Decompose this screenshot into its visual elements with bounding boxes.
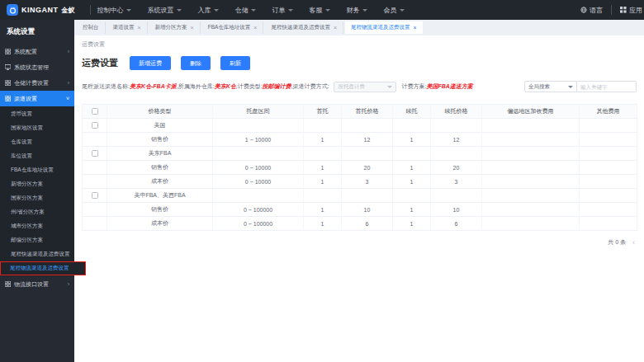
tab-lastmile-express[interactable]: 尾程快递渠道及运费设置× bbox=[265, 21, 343, 34]
apps-button[interactable]: 应用 bbox=[620, 6, 642, 15]
menu-item-system-settings[interactable]: 系统设置 bbox=[148, 6, 182, 15]
sidebar-subitem-fba-address[interactable]: FBA仓库地址设置 bbox=[0, 163, 74, 177]
menu-item-orders[interactable]: 订单 bbox=[272, 6, 293, 15]
monitor-icon bbox=[5, 64, 11, 70]
chevron-right-icon: › bbox=[68, 281, 69, 287]
search-input[interactable] bbox=[577, 81, 637, 92]
sidebar-subitem-location[interactable]: 库位设置 bbox=[0, 149, 74, 163]
sidebar-item-system-config[interactable]: 系统配置› bbox=[0, 44, 74, 59]
freight-table: 价格类型 托盘区间 首托 首托价格 续托 续托价格 偏远地区加收费用 其他费用 … bbox=[82, 104, 637, 231]
tab-lastmile-logistics[interactable]: 尾程物流渠道及运费设置× bbox=[345, 21, 423, 34]
add-freight-button[interactable]: 新增运费 bbox=[130, 56, 171, 70]
navbar-right: 语言 应用 bbox=[580, 5, 644, 15]
close-icon[interactable]: × bbox=[334, 25, 337, 31]
sidebar-item-system-status[interactable]: 系统状态管理 bbox=[0, 59, 74, 75]
header-price-type: 价格类型 bbox=[107, 105, 213, 119]
chevron-down-icon bbox=[568, 86, 573, 88]
total-count: 共 0 条 bbox=[608, 238, 626, 247]
channel-name-label: 尾程派送渠道名称: bbox=[82, 82, 130, 91]
chevron-down-icon bbox=[387, 86, 392, 88]
header-next-pallet: 续托 bbox=[393, 105, 431, 119]
chevron-up-icon: ˅ bbox=[66, 96, 69, 101]
sidebar: 系统设置 系统配置› 系统状态管理 仓储计费设置› 渠道设置˅ 货币设置 国家地… bbox=[0, 20, 74, 362]
table-row: 销售价0 ~ 10000120120 bbox=[83, 161, 637, 175]
sidebar-subitem-warehouse[interactable]: 仓库设置 bbox=[0, 135, 74, 149]
menu-item-control-center[interactable]: 控制中心 bbox=[97, 6, 131, 15]
search-group: 全局搜索 bbox=[524, 81, 637, 92]
sidebar-subitem-lastmile-logistics[interactable]: 尾程物流渠道及运费设置 bbox=[0, 261, 86, 275]
header-first-pallet-price: 首托价格 bbox=[342, 105, 393, 119]
divider bbox=[611, 5, 612, 15]
sidebar-title: 系统设置 bbox=[0, 20, 74, 44]
sidebar-item-storage-billing[interactable]: 仓储计费设置› bbox=[0, 75, 74, 91]
table-row: 成本价0 ~ 100001313 bbox=[83, 175, 637, 189]
billing-type-label: ,计费类型: bbox=[236, 82, 263, 91]
menu-item-warehouse[interactable]: 仓储 bbox=[235, 6, 256, 15]
close-icon[interactable]: × bbox=[191, 25, 194, 31]
main-menu: 控制中心 系统设置 入库 仓储 订单 客服 财务 会员 bbox=[97, 6, 405, 15]
row-checkbox[interactable] bbox=[92, 150, 98, 157]
chevron-down-icon bbox=[400, 9, 405, 12]
header-checkbox-cell bbox=[83, 105, 107, 119]
search-scope-select[interactable]: 全局搜索 bbox=[524, 81, 577, 92]
chevron-down-icon bbox=[325, 9, 330, 12]
sidebar-subitem-state-zone-plan[interactable]: 州/省分区方案 bbox=[0, 205, 74, 219]
sidebar-subitem-country-region[interactable]: 国家地区设置 bbox=[0, 121, 74, 135]
menu-item-finance[interactable]: 财务 bbox=[347, 6, 367, 15]
table-row: 成本价0 ~ 1000001616 bbox=[83, 217, 637, 231]
sidebar-item-channel-settings[interactable]: 渠道设置˅ bbox=[0, 91, 74, 106]
chevron-down-icon bbox=[126, 9, 131, 12]
chevron-down-icon bbox=[288, 9, 293, 12]
sidebar-subitem-country-zone-plan[interactable]: 国家分区方案 bbox=[0, 191, 74, 205]
header-first-pallet: 首托 bbox=[304, 105, 342, 119]
sidebar-subitem-lastmile-express[interactable]: 尾程快递渠道及运费设置 bbox=[0, 247, 74, 261]
sidebar-item-logistics-api[interactable]: 物流接口设置› bbox=[0, 276, 74, 292]
delete-button[interactable]: 删除 bbox=[181, 56, 211, 70]
grid-icon bbox=[5, 281, 11, 287]
channel-settings-submenu: 货币设置 国家地区设置 仓库设置 库位设置 FBA仓库地址设置 新增分区方案 国… bbox=[0, 106, 74, 276]
tab-console[interactable]: 控制台 bbox=[77, 21, 106, 34]
table-row: 美国 bbox=[83, 119, 637, 133]
row-checkbox[interactable] bbox=[92, 192, 98, 199]
table-row: 销售价0 ~ 100000110110 bbox=[83, 203, 637, 217]
tab-channel-settings[interactable]: 渠道设置× bbox=[107, 21, 148, 34]
select-all-checkbox[interactable] bbox=[92, 108, 98, 115]
billing-type-value: 按邮编计费 bbox=[263, 82, 291, 91]
sidebar-subitem-currency[interactable]: 货币设置 bbox=[0, 107, 74, 121]
header-next-pallet-price: 续托价格 bbox=[431, 105, 482, 119]
channel-info-row: 尾程派送渠道名称: 美东K仓-FBA卡派 ,所属海外仓库: 美东K仓 ,计费类型… bbox=[74, 81, 644, 92]
menu-item-service[interactable]: 客服 bbox=[310, 6, 330, 15]
table-row: 销售价1 ~ 10000112112 bbox=[83, 133, 637, 147]
chevron-down-icon bbox=[177, 9, 182, 12]
close-icon[interactable]: × bbox=[253, 25, 257, 31]
globe-icon bbox=[580, 7, 587, 13]
sidebar-subitem-new-zone-plan[interactable]: 新增分区方案 bbox=[0, 177, 74, 191]
row-checkbox[interactable] bbox=[92, 122, 98, 129]
title-row: 运费设置 新增运费 删除 刷新 bbox=[74, 49, 644, 70]
main-content: 控制台 渠道设置× 新增分区方案× FBA仓库地址设置× 尾程快递渠道及运费设置… bbox=[74, 20, 644, 362]
logo-text: KINGANT bbox=[21, 6, 59, 14]
table-row: 美东FBA bbox=[83, 147, 637, 161]
warehouse-value: 美东K仓 bbox=[215, 82, 236, 91]
table-header-row: 价格类型 托盘区间 首托 首托价格 续托 续托价格 偏远地区加收费用 其他费用 bbox=[83, 105, 637, 119]
breadcrumb: 运费设置 bbox=[74, 35, 644, 49]
app-logo: KINGANT 金蚁 bbox=[0, 4, 83, 16]
close-icon[interactable]: × bbox=[414, 25, 417, 31]
billing-method-label: ,渠道计费方式: bbox=[291, 82, 329, 91]
refresh-button[interactable]: 刷新 bbox=[220, 56, 250, 70]
tab-fba-address[interactable]: FBA仓库地址设置× bbox=[202, 21, 264, 34]
close-icon[interactable]: × bbox=[138, 25, 141, 31]
chevron-down-icon bbox=[214, 9, 219, 12]
sidebar-subitem-zip-zone-plan[interactable]: 邮编分区方案 bbox=[0, 233, 74, 247]
menu-item-inbound[interactable]: 入库 bbox=[198, 6, 219, 15]
menu-item-member[interactable]: 会员 bbox=[384, 6, 405, 15]
grid-icon bbox=[5, 49, 11, 54]
language-button[interactable]: 语言 bbox=[580, 6, 603, 15]
channel-name-value: 美东K仓-FBA卡派 bbox=[130, 82, 177, 91]
header-remote-surcharge: 偏远地区加收费用 bbox=[482, 105, 580, 119]
tab-new-zone-plan[interactable]: 新增分区方案× bbox=[149, 21, 201, 34]
billing-method-select[interactable]: 按托盘计费 bbox=[334, 82, 396, 92]
pagination: 共 0 条 ‹ bbox=[82, 231, 637, 254]
pagination-prev-icon[interactable]: ‹ bbox=[632, 239, 635, 247]
sidebar-subitem-city-zone-plan[interactable]: 城市分区方案 bbox=[0, 219, 74, 233]
